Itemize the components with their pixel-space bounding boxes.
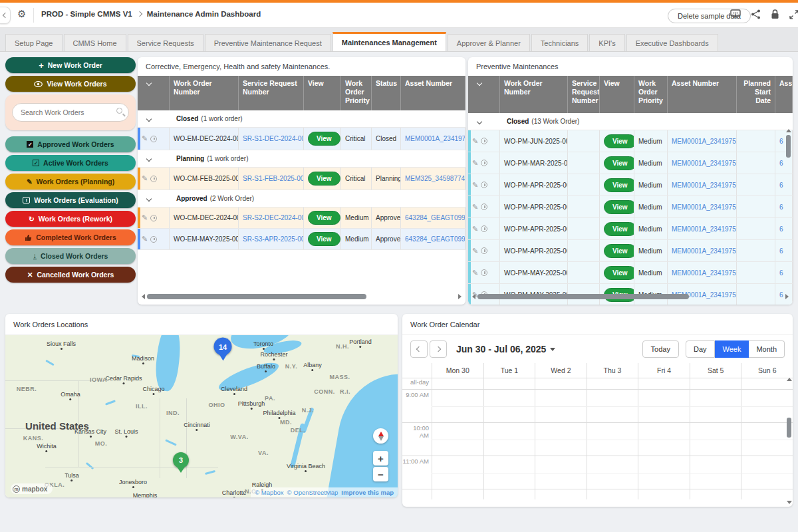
share-icon[interactable] (751, 9, 761, 19)
col-asset-number[interactable]: Asset Number (401, 76, 466, 110)
edit-icon[interactable]: ✎ (472, 203, 478, 211)
tab-executive-dashboards[interactable]: Executive Dashboards (626, 34, 718, 51)
tab-cmms-home[interactable]: CMMS Home (64, 34, 126, 51)
view-button[interactable]: View (604, 222, 634, 236)
asset-link[interactable]: MEM0001A_2341975009 (668, 152, 737, 174)
approved-work-orders-button[interactable]: ✓Approved Work Orders (5, 136, 136, 152)
history-icon[interactable] (481, 247, 487, 254)
asset-link[interactable]: MEM0001A_2341975009 (668, 130, 737, 152)
tab-maintenances-management[interactable]: Maintenances Management (332, 32, 446, 51)
group-row-approved[interactable]: Approved(2 Work Order) (138, 190, 466, 207)
edit-icon[interactable]: ✎ (472, 181, 478, 190)
col-work-order-number[interactable]: Work Order Number (170, 76, 239, 110)
gear-icon[interactable]: ⚙ (17, 8, 26, 20)
table-row[interactable]: ✎WO-PM-APR-2025-0001ViewMediumMEM0001A_2… (468, 174, 793, 196)
scroll-left-icon[interactable] (472, 294, 475, 299)
osm-link[interactable]: © OpenStreetMap (287, 489, 338, 496)
group-row-planning[interactable]: Planning(1 work order) (138, 150, 466, 168)
edit-icon[interactable]: ✎ (472, 159, 478, 168)
service-request-link[interactable]: SR-S1-DEC-2024-0001 (239, 128, 304, 150)
col-service-request-number[interactable]: Service Request Number (568, 76, 600, 113)
history-icon[interactable] (481, 182, 487, 188)
search-input[interactable] (12, 103, 129, 122)
time-slot[interactable] (587, 489, 638, 499)
cancelled-work-orders-button[interactable]: ✕Cancelled Work Orders (5, 267, 136, 283)
scroll-right-icon[interactable] (785, 294, 789, 299)
collapse-nav-button[interactable] (0, 7, 11, 24)
tab-technicians[interactable]: Technicians (531, 34, 588, 51)
scroll-left-icon[interactable] (142, 294, 145, 299)
asset-link[interactable]: MEM0001A_2341975009 (668, 218, 737, 239)
table-row[interactable]: ✎WO-PM-JUN-2025-0001ViewMediumMEM0001A_2… (468, 130, 793, 152)
edit-icon[interactable]: ✎ (142, 213, 148, 222)
view-button[interactable]: View (308, 172, 340, 186)
group-row-closed[interactable]: Closed(1 work order) (138, 110, 466, 128)
horizontal-scrollbar[interactable] (142, 294, 462, 299)
calendar-prev-button[interactable] (410, 340, 428, 358)
tab-preventive-maintenance-request[interactable]: Preventive Maintenance Request (205, 34, 331, 51)
all-day-cell[interactable] (432, 378, 483, 389)
edit-icon[interactable]: ✎ (142, 134, 148, 143)
history-icon[interactable] (150, 215, 157, 221)
scroll-down-icon[interactable] (787, 501, 792, 504)
edit-icon[interactable]: ✎ (142, 235, 148, 243)
history-icon[interactable] (150, 136, 157, 142)
week-view-button[interactable]: Week (715, 340, 749, 358)
col-view[interactable]: View (600, 76, 634, 113)
view-work-orders-button[interactable]: View Work Orders (5, 76, 136, 92)
view-button[interactable]: View (604, 156, 634, 170)
chevron-down-icon[interactable] (146, 80, 152, 86)
history-icon[interactable] (481, 225, 487, 232)
service-request-link[interactable]: SR-S2-DEC-2024-0002 (239, 207, 304, 228)
compass-control[interactable] (373, 428, 388, 444)
month-view-button[interactable]: Month (749, 340, 785, 358)
completed-work-orders-button[interactable]: Completed Work Orders (5, 229, 136, 245)
edit-icon[interactable]: ✎ (472, 225, 478, 233)
tab-approver-planner[interactable]: Approver & Planner (448, 34, 530, 51)
tab-service-requests[interactable]: Service Requests (128, 34, 203, 51)
breadcrumb-product[interactable]: PROD - Simple CMMS V1 (41, 10, 132, 18)
view-button[interactable]: View (308, 211, 340, 225)
scrollbar-thumb[interactable] (477, 294, 689, 299)
closed-work-orders-button[interactable]: ↓Closed Work Orders (5, 248, 136, 264)
history-icon[interactable] (150, 176, 157, 182)
asset-link[interactable]: MEM325_34598774 (401, 168, 466, 190)
vertical-scrollbar[interactable] (785, 129, 791, 305)
time-slot[interactable] (638, 489, 690, 499)
calendar-next-button[interactable] (430, 340, 447, 358)
vertical-scrollbar[interactable] (786, 378, 792, 504)
col-work-order-number[interactable]: Work Order Number (500, 76, 568, 113)
asset-link[interactable]: MEM0001A_2341975009 (668, 240, 737, 261)
col-asset-extra[interactable]: Asset (775, 76, 793, 113)
scroll-up-icon[interactable] (787, 378, 792, 381)
all-day-cell[interactable] (638, 378, 690, 389)
view-button[interactable]: View (604, 178, 634, 192)
mapbox-logo[interactable]: mmapbox (11, 483, 53, 494)
new-work-order-button[interactable]: +New Work Order (5, 57, 136, 73)
time-slot[interactable] (535, 489, 587, 499)
all-day-cell[interactable] (690, 378, 741, 389)
work-orders-planning-button[interactable]: ✎Work Orders (Planning) (5, 174, 136, 190)
table-row[interactable]: ✎ WO-EM-MAY-2025-0001 SR-S3-APR-2025-000… (138, 229, 466, 250)
table-row[interactable]: ✎WO-PM-APR-2025-0003ViewMediumMEM0001A_2… (468, 218, 793, 240)
table-row[interactable]: ✎ WO-EM-DEC-2024-0001 SR-S1-DEC-2024-000… (138, 128, 466, 150)
asset-link[interactable]: MEM0001A_2341975009 (401, 128, 466, 150)
all-day-cell[interactable] (587, 378, 638, 389)
horizontal-scrollbar[interactable] (472, 294, 789, 299)
all-day-cell[interactable] (741, 378, 793, 389)
history-icon[interactable] (481, 138, 487, 144)
table-row[interactable]: ✎WO-PM-APR-2025-0004ViewMediumMEM0001A_2… (468, 240, 793, 262)
asset-link[interactable]: 643284_GEAGT09915 (401, 229, 466, 249)
edit-icon[interactable]: ✎ (472, 269, 478, 277)
expand-icon[interactable] (789, 10, 798, 19)
today-button[interactable]: Today (642, 340, 679, 358)
edit-icon[interactable]: ✎ (472, 137, 478, 146)
table-row[interactable]: ✎WO-PM-MAY-2025-0002ViewMediumMEM0001A_2… (468, 262, 793, 284)
view-button[interactable]: View (308, 132, 340, 146)
tab-kpis[interactable]: KPI's (589, 34, 624, 51)
table-row[interactable]: ✎WO-PM-APR-2025-0002ViewMediumMEM0001A_2… (468, 196, 793, 218)
asset-link[interactable]: MEM0001A_2341975009 (668, 262, 737, 283)
mapbox-link[interactable]: © Mapbox (255, 489, 283, 496)
map-cluster-marker-3[interactable]: 3 (173, 452, 189, 468)
view-button[interactable]: View (604, 266, 634, 280)
